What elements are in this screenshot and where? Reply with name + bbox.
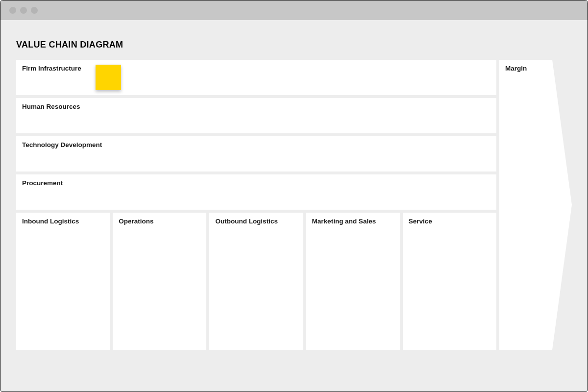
support-label: Human Resources: [22, 103, 490, 110]
svg-marker-0: [499, 60, 572, 350]
activities-column: Firm Infrastructure Human Resources Tech…: [16, 60, 496, 350]
margin-column[interactable]: Margin: [499, 60, 572, 350]
titlebar: [0, 0, 588, 20]
support-row-procurement[interactable]: Procurement: [16, 174, 496, 210]
sticky-note[interactable]: [96, 65, 121, 90]
primary-cell-marketing-and-sales[interactable]: Marketing and Sales: [306, 213, 400, 350]
primary-activities-row: Inbound Logistics Operations Outbound Lo…: [16, 213, 496, 350]
content-area: VALUE CHAIN DIAGRAM Firm Infrastructure …: [0, 20, 588, 366]
primary-label: Service: [409, 218, 490, 225]
primary-label: Operations: [119, 218, 200, 225]
app-window: VALUE CHAIN DIAGRAM Firm Infrastructure …: [0, 0, 588, 392]
primary-label: Outbound Logistics: [215, 218, 297, 225]
primary-cell-inbound-logistics[interactable]: Inbound Logistics: [16, 213, 110, 350]
support-label: Firm Infrastructure: [22, 65, 490, 72]
margin-label: Margin: [505, 65, 527, 72]
support-row-technology-development[interactable]: Technology Development: [16, 136, 496, 172]
window-control-close[interactable]: [9, 7, 16, 14]
page-title: VALUE CHAIN DIAGRAM: [16, 40, 572, 50]
primary-label: Marketing and Sales: [312, 218, 394, 225]
window-control-maximize[interactable]: [31, 7, 38, 14]
primary-cell-outbound-logistics[interactable]: Outbound Logistics: [209, 213, 303, 350]
margin-arrow-shape: [499, 60, 572, 350]
primary-label: Inbound Logistics: [22, 218, 104, 225]
support-label: Procurement: [22, 179, 490, 187]
primary-cell-operations[interactable]: Operations: [113, 213, 206, 350]
support-row-firm-infrastructure[interactable]: Firm Infrastructure: [16, 60, 496, 95]
support-row-human-resources[interactable]: Human Resources: [16, 98, 496, 133]
primary-cell-service[interactable]: Service: [403, 213, 496, 350]
window-control-minimize[interactable]: [20, 7, 27, 14]
support-label: Technology Development: [22, 141, 490, 148]
value-chain-diagram: Firm Infrastructure Human Resources Tech…: [16, 60, 572, 350]
